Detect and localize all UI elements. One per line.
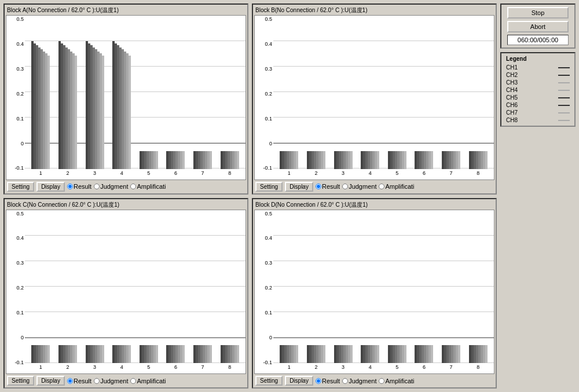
legend-ch7-line [558,112,570,113]
bar-group-2 [54,210,82,364]
legend-item-ch5: CH5 [506,94,570,101]
block-c-chart-inner: 1 2 3 4 5 6 7 8 [25,210,245,374]
legend-ch2-line [558,75,570,76]
block-c-setting-btn[interactable]: Setting [7,376,34,386]
bar-neg-2-ch8 [323,345,325,363]
block-b-judgment-radio[interactable]: Judgment [342,183,376,190]
bar-neg-8-ch8 [237,345,239,363]
bar-group-8 [464,16,492,169]
bar-group-7 [438,16,465,169]
block-b-amplifi-radio[interactable]: Amplificati [379,183,414,190]
legend-item-ch6: CH6 [506,102,570,108]
legend-title: Legend [506,56,570,62]
block-b-chart: 0.5 0.4 0.3 0.2 0.1 0 -0.1 [254,15,494,180]
abort-button[interactable]: Abort [507,21,569,32]
legend-ch4-line [558,90,570,91]
legend-ch3-label: CH3 [506,79,518,86]
bar-group-1 [27,210,54,364]
bar-group-5 [135,210,163,364]
block-a-setting-btn[interactable]: Setting [7,182,34,192]
block-a-judgment-radio[interactable]: Judgment [94,183,128,190]
bar-a-3-ch8 [102,56,104,169]
bar-group-5 [384,210,411,364]
block-a-chart-inner: 1 2 3 4 5 6 7 8 [25,16,245,179]
block-a-result-radio[interactable]: Result [67,183,91,190]
bar-neg-8-ch8 [485,151,488,169]
bar-group-4 [357,210,384,364]
legend-item-ch8: CH8 [506,117,570,123]
block-d-controls: Setting Display Result Judgment Amplific… [254,374,494,386]
bar-neg-4-ch8 [377,345,379,363]
bar-a-neg-5-ch8 [156,151,158,169]
block-a-display-btn[interactable]: Display [36,182,65,192]
block-b-display-btn[interactable]: Display [285,182,313,192]
bar-neg-5-ch8 [404,151,406,169]
bar-neg-2-ch8 [323,151,325,169]
legend-ch7-label: CH7 [506,109,518,116]
bar-group-1 [276,210,303,364]
bar-neg-3-ch8 [350,345,353,363]
block-d-amplifi-radio[interactable]: Amplificati [379,378,414,384]
legend-item-ch7: CH7 [506,109,570,116]
block-d-display-btn[interactable]: Display [285,376,313,386]
block-c-bars [25,210,245,364]
block-b-title: Block B(No Connection / 62.0° C ):U(温度1) [254,6,494,15]
legend-item-ch3: CH3 [506,79,570,86]
top-controls-box: Stop Abort 060:00/005:00 [500,3,576,49]
bar-neg-5-ch8 [404,345,406,363]
bar-group-6 [411,16,438,169]
block-d-result-radio[interactable]: Result [316,378,340,384]
bar-a-neg-8-ch8 [237,151,239,169]
block-a-controls: Setting Display Result Judgment Amplific… [6,180,246,192]
block-c-x-axis: 1 2 3 4 5 6 7 8 [25,363,245,373]
block-d-bars [273,210,494,364]
bar-group-1 [276,16,303,169]
block-a-amplifi-radio[interactable]: Amplificati [130,183,166,190]
legend-item-ch1: CH1 [506,64,570,71]
stop-button[interactable]: Stop [507,7,569,19]
bar-neg-4-ch8 [129,345,131,363]
legend-ch5-label: CH5 [506,94,518,101]
bar-group-6 [411,210,438,364]
bar-neg-1-ch8 [296,151,298,169]
block-c-display-btn[interactable]: Display [36,376,65,386]
block-c-judgment-radio[interactable]: Judgment [94,378,128,384]
block-a-panel: Block A(No Connection / 62.0° C ):U(温度1)… [3,3,248,195]
bar-neg-3-ch8 [350,151,353,169]
block-d-chart: 0.5 0.4 0.3 0.2 0.1 0 -0.1 [254,210,494,375]
bar-neg-6-ch8 [431,345,433,363]
bar-a-group-4 [108,16,135,169]
block-b-x-axis: 1 2 3 4 5 6 7 8 [273,169,494,179]
bar-group-3 [81,210,108,364]
bar-a-group-8 [216,16,243,169]
bar-a-group-3 [81,16,108,169]
bar-neg-2-ch8 [75,345,77,363]
legend-ch2-label: CH2 [506,72,518,78]
block-d-setting-btn[interactable]: Setting [255,376,283,386]
bar-a-neg-7-ch8 [210,151,212,169]
legend-ch8-line [558,120,570,121]
block-d-judgment-radio[interactable]: Judgment [342,378,376,384]
block-b-setting-btn[interactable]: Setting [255,182,283,192]
block-d-panel: Block D(No Connection / 62.0° C ):U(温度1)… [252,198,497,389]
legend-box: Legend CH1 CH2 CH3 CH4 CH5 CH6 [500,52,576,127]
bar-a-neg-6-ch8 [182,151,185,169]
bar-group-3 [329,210,357,364]
right-panel: Stop Abort 060:00/005:00 Legend CH1 CH2 … [500,3,576,389]
bar-group-2 [303,210,330,364]
legend-ch8-label: CH8 [506,117,518,123]
bar-neg-8-ch8 [485,345,488,363]
legend-ch1-label: CH1 [506,64,518,71]
bar-group-7 [438,210,465,364]
block-a-y-axis: 0.5 0.4 0.3 0.2 0.1 0 -0.1 [6,16,25,179]
block-b-result-radio[interactable]: Result [316,183,340,190]
bar-group-8 [464,210,492,364]
block-c-amplifi-radio[interactable]: Amplificati [130,378,166,384]
bar-neg-3-ch8 [102,345,104,363]
bar-neg-6-ch8 [182,345,185,363]
legend-ch6-label: CH6 [506,102,518,108]
block-a-chart: 0.5 0.4 0.3 0.2 0.1 0 -0.1 [6,15,246,180]
block-c-result-radio[interactable]: Result [67,378,91,384]
timer-display: 060:00/005:00 [507,35,569,45]
bar-neg-7-ch8 [210,345,212,363]
